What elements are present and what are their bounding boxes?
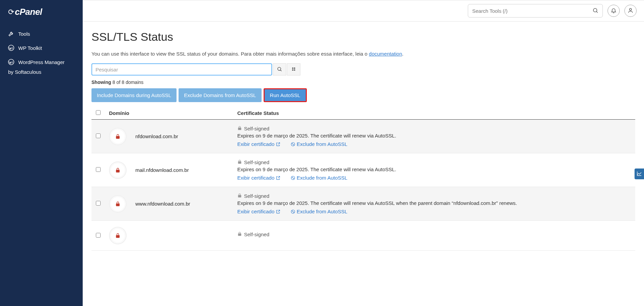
expires-text: Expires on 9 de março de 2025. The certi… [237,200,631,206]
gear-icon [291,66,296,73]
account-button[interactable] [624,5,637,17]
stats-tab[interactable] [635,169,644,179]
filter-row [91,63,635,75]
lock-icon [237,232,242,237]
tools-icon [8,31,14,37]
lock-icon [237,126,242,131]
documentation-link[interactable]: documentation [369,51,402,57]
exclude-autossl-link[interactable]: Exclude from AutoSSL [291,209,347,214]
status-badge: Self-signed [244,193,269,199]
view-certificate-link[interactable]: Exibir certificado [237,141,280,147]
nav-sublabel: by Softaculous [8,65,75,75]
filter-settings-button[interactable] [287,63,300,75]
row-checkbox[interactable] [96,233,101,238]
lock-icon [109,161,127,179]
header-search[interactable] [468,4,603,18]
table-row: nfdownload.com.br Self-signed Expires on… [91,120,635,153]
nav-label: WordPress Manager [18,59,64,65]
svg-line-16 [292,210,294,213]
notifications-button[interactable] [608,5,620,17]
sidebar-item-wp-toolkit[interactable]: WP Toolkit [0,41,83,55]
wordpress-icon [8,59,14,65]
filter-search-button[interactable] [273,63,286,75]
intro-post: . [402,51,403,57]
intro-pre: You can use this interface to view the S… [91,51,369,57]
nav-label: WP Toolkit [18,45,42,51]
status-badge: Self-signed [244,126,269,131]
svg-point-7 [292,68,293,69]
svg-point-8 [294,68,295,69]
search-input[interactable] [472,8,592,14]
sidebar: ⟳cPanel Tools WP Toolkit Wo [0,0,83,306]
lock-icon [237,193,242,199]
logo-text: cPanel [15,7,42,17]
logo: ⟳cPanel [0,0,83,24]
lock-icon [237,159,242,165]
view-certificate-link[interactable]: Exibir certificado [237,175,280,181]
include-domains-button[interactable]: Include Domains during AutoSSL [91,88,177,102]
domain-name: nfdownload.com.br [135,133,178,139]
expires-text: Expires on 9 de março de 2025. The certi… [237,133,631,139]
svg-line-12 [292,143,294,145]
exclude-domains-button[interactable]: Exclude Domains from AutoSSL [179,88,261,102]
svg-line-6 [280,70,281,71]
chart-icon [637,171,642,177]
svg-point-4 [629,8,632,10]
filter-input[interactable] [91,63,272,75]
lock-icon [109,128,127,145]
exclude-autossl-link[interactable]: Exclude from AutoSSL [291,141,347,147]
wordpress-icon [8,45,14,51]
domains-table: Domínio Certificate Status nfdownload.co… [91,107,635,251]
search-icon [592,7,598,14]
svg-point-5 [278,67,281,70]
showing-count: 8 of 8 domains [111,80,143,85]
showing-label: Showing [91,80,111,85]
header [83,0,644,22]
bell-icon [611,7,617,14]
status-badge: Self-signed [244,159,269,165]
main: SSL/TLS Status You can use this interfac… [83,0,644,306]
table-row: Self-signed [91,221,635,251]
view-certificate-link[interactable]: Exibir certificado [237,209,280,214]
svg-line-3 [596,11,598,13]
row-checkbox[interactable] [96,133,101,138]
action-buttons: Include Domains during AutoSSL Exclude D… [91,88,635,102]
sidebar-item-wordpress-manager[interactable]: WordPress Manager by Softaculous [0,55,83,80]
lock-icon [109,195,127,213]
exclude-autossl-link[interactable]: Exclude from AutoSSL [291,175,347,181]
expires-text: Expires on 9 de março de 2025. The certi… [237,166,631,172]
content: SSL/TLS Status You can use this interfac… [83,22,644,306]
domain-name: www.nfdownload.com.br [135,201,190,207]
page-title: SSL/TLS Status [91,30,635,43]
svg-line-14 [292,177,294,179]
row-checkbox[interactable] [96,167,101,172]
select-all-checkbox[interactable] [96,110,101,115]
run-autossl-button[interactable]: Run AutoSSL [264,88,307,102]
svg-point-2 [593,8,597,12]
intro-text: You can use this interface to view the S… [91,51,635,57]
svg-point-10 [294,69,295,70]
sidebar-item-tools[interactable]: Tools [0,27,83,41]
showing-text: Showing 8 of 8 domains [91,80,635,85]
row-checkbox[interactable] [96,201,101,206]
svg-point-9 [292,69,293,70]
col-domain: Domínio [105,107,233,120]
user-icon [627,7,634,14]
table-row: www.nfdownload.com.br Self-signed Expire… [91,187,635,221]
domain-name: mail.nfdownload.com.br [135,167,189,173]
lock-icon [109,227,127,244]
col-status: Certificate Status [233,107,635,120]
nav: Tools WP Toolkit WordPress Manager by So… [0,24,83,80]
col-checkbox [91,107,105,120]
search-icon [277,66,282,73]
status-badge: Self-signed [244,232,269,237]
table-row: mail.nfdownload.com.br Self-signed Expir… [91,153,635,187]
nav-label: Tools [18,31,30,37]
